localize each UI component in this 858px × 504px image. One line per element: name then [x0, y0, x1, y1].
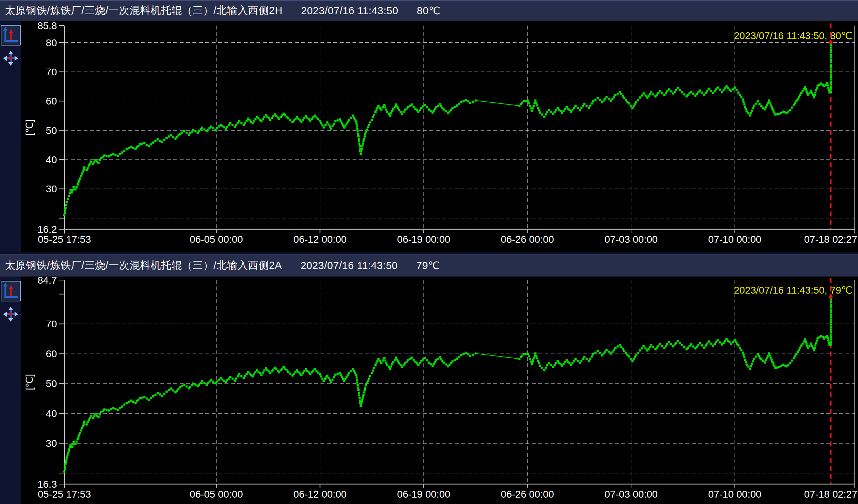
axis-reset-button[interactable]	[1, 281, 21, 301]
trend-current-temp-1: 80℃	[417, 5, 440, 17]
svg-text:70: 70	[46, 66, 57, 77]
svg-text:2023/07/16 11:43:50, 79℃: 2023/07/16 11:43:50, 79℃	[734, 285, 852, 296]
svg-text:70: 70	[46, 318, 57, 329]
svg-text:30: 30	[46, 183, 57, 194]
svg-text:2023/07/16 11:43:50, 80℃: 2023/07/16 11:43:50, 80℃	[734, 30, 852, 41]
svg-text:06-12 00:00: 06-12 00:00	[293, 489, 346, 500]
trend-timestamp-2: 2023/07/16 11:43:50	[301, 260, 398, 272]
svg-text:06-05 00:00: 06-05 00:00	[190, 234, 243, 245]
svg-text:06-05 00:00: 06-05 00:00	[190, 489, 243, 500]
axis-reset-button[interactable]	[1, 25, 21, 45]
svg-text:85.8: 85.8	[38, 21, 57, 31]
trend-chart-panel-2: 84.7706050403016.3[℃]05-25 17:5306-05 00…	[0, 277, 858, 504]
svg-text:16.3: 16.3	[38, 479, 57, 490]
pan-move-glyph	[3, 50, 18, 66]
svg-text:07-10 00:00: 07-10 00:00	[708, 234, 761, 245]
svg-text:05-25 17:53: 05-25 17:53	[38, 489, 91, 500]
svg-text:16.2: 16.2	[38, 224, 57, 235]
trend-plot-1[interactable]: 85.880706050403016.2[℃]05-25 17:5306-05 …	[0, 21, 858, 252]
svg-text:06-26 00:00: 06-26 00:00	[501, 489, 554, 500]
svg-text:40: 40	[46, 154, 57, 165]
svg-text:[℃]: [℃]	[24, 374, 35, 390]
toolbar-column-1	[0, 21, 21, 252]
svg-text:60: 60	[46, 96, 57, 107]
trend-timestamp-1: 2023/07/16 11:43:50	[301, 5, 398, 17]
trend-current-temp-2: 79℃	[416, 259, 440, 272]
trend-title-bar-1: 太原钢铁/炼铁厂/三烧/一次混料机托辊（三）/北输入西侧2H 2023/07/1…	[0, 0, 858, 21]
axis-reset-icon	[1, 26, 20, 45]
pan-move-icon[interactable]	[3, 50, 18, 66]
trend-plot-2[interactable]: 84.7706050403016.3[℃]05-25 17:5306-05 00…	[0, 277, 858, 504]
svg-text:07-03 00:00: 07-03 00:00	[604, 489, 657, 500]
svg-text:06-19 00:00: 06-19 00:00	[397, 489, 450, 500]
svg-text:40: 40	[46, 408, 57, 419]
trend-monitor-screen: { "page": {"background": "#0b1024", "plo…	[0, 0, 858, 504]
svg-text:06-26 00:00: 06-26 00:00	[501, 234, 554, 245]
pan-move-glyph	[3, 306, 18, 322]
svg-text:60: 60	[46, 348, 57, 359]
svg-text:80: 80	[46, 37, 57, 48]
trend-path-2: 太原钢铁/炼铁厂/三烧/一次混料机托辊（三）/北输入西侧2A	[5, 258, 282, 273]
toolbar-column-2	[0, 277, 21, 504]
trend-title-bar-2: 太原钢铁/炼铁厂/三烧/一次混料机托辊（三）/北输入西侧2A 2023/07/1…	[0, 254, 858, 277]
svg-text:[℃]: [℃]	[24, 119, 35, 135]
svg-text:50: 50	[46, 125, 57, 136]
svg-text:50: 50	[46, 378, 57, 389]
trend-chart-panel-1: 85.880706050403016.2[℃]05-25 17:5306-05 …	[0, 21, 858, 252]
svg-text:07-18 02:27: 07-18 02:27	[804, 234, 857, 245]
axis-reset-icon	[1, 282, 20, 301]
trend-path-1: 太原钢铁/炼铁厂/三烧/一次混料机托辊（三）/北输入西侧2H	[5, 4, 282, 18]
svg-text:06-12 00:00: 06-12 00:00	[293, 234, 346, 245]
pan-move-icon[interactable]	[3, 306, 18, 322]
svg-text:06-19 00:00: 06-19 00:00	[397, 234, 450, 245]
svg-text:30: 30	[46, 438, 57, 449]
svg-text:07-10 00:00: 07-10 00:00	[708, 489, 761, 500]
svg-text:07-18 02:27: 07-18 02:27	[804, 489, 857, 500]
svg-text:07-03 00:00: 07-03 00:00	[604, 234, 657, 245]
svg-text:05-25 17:53: 05-25 17:53	[38, 234, 91, 245]
svg-text:84.7: 84.7	[38, 277, 57, 286]
